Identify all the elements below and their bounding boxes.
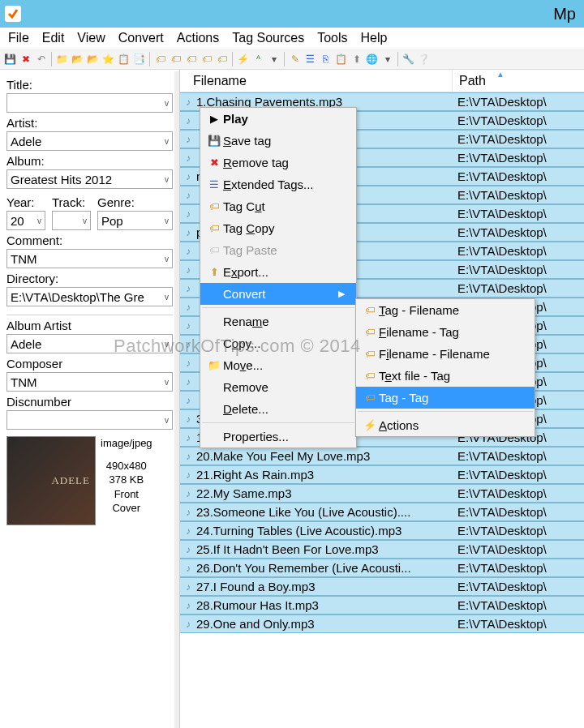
ctx-delete[interactable]: Delete... (200, 398, 356, 420)
copy-icon[interactable]: ⎘ (319, 52, 333, 66)
cover-art[interactable]: ADELE (6, 436, 96, 525)
track-input[interactable]: v (52, 211, 91, 230)
ctx-extended-tags[interactable]: ☰Extended Tags... (200, 173, 356, 195)
undo-icon[interactable]: ↶ (34, 52, 48, 66)
ctx-play[interactable]: ▶Play (200, 108, 356, 130)
ctx-move[interactable]: 📁Move... (200, 354, 356, 376)
tag-sources-icon[interactable]: 🌐 (365, 52, 379, 66)
menu-tools[interactable]: Tools (312, 29, 352, 47)
favorite-icon[interactable]: ⭐ (101, 52, 115, 66)
file-row[interactable]: ♪29.One and Only.mp3E:\VTA\Desktop\ (180, 615, 584, 633)
audio-file-icon: ♪ (180, 600, 196, 611)
comment-input[interactable]: TNMv (6, 249, 173, 268)
actions-icon[interactable]: ⚡ (236, 52, 250, 66)
album-input[interactable]: Greatest Hits 2012v (6, 169, 173, 189)
convert-textfile-tag[interactable]: 🏷Text file - Tag (356, 365, 535, 387)
menu-view[interactable]: View (72, 29, 110, 47)
track-label: Track: (52, 195, 91, 209)
tools-icon[interactable]: 🔧 (402, 52, 415, 66)
convert-actions[interactable]: ⚡Actions (356, 414, 535, 436)
ctx-convert[interactable]: Convert▶ (200, 283, 356, 305)
quick-actions-icon[interactable]: ᴬ (251, 52, 265, 66)
extended-tags-icon: ☰ (205, 178, 223, 191)
audio-file-icon: ♪ (180, 563, 196, 574)
menu-edit[interactable]: Edit (37, 29, 70, 47)
ctx-remove-tag[interactable]: ✖Remove tag (200, 152, 356, 173)
ctx-rename[interactable]: Rename (200, 310, 356, 332)
folder-open-icon[interactable]: 📂 (86, 52, 100, 66)
file-row[interactable]: ♪23.Someone Like You (Live Acoustic)....… (180, 503, 584, 521)
playlist-icon[interactable]: 📋 (117, 52, 131, 66)
file-row[interactable]: ♪22.My Same.mp3E:\VTA\Desktop\ (180, 484, 584, 503)
delete-icon[interactable]: ✖ (19, 52, 32, 66)
convert-tag-filename[interactable]: 🏷Tag - Filename (356, 299, 535, 321)
file-row[interactable]: ♪25.If It Hadn't Been For Love.mp3E:\VTA… (180, 540, 584, 559)
file-row[interactable]: ♪28.Rumour Has It.mp3E:\VTA\Desktop\ (180, 596, 584, 615)
save-icon[interactable]: 💾 (3, 52, 17, 66)
tag-tag-icon[interactable]: 🏷 (215, 52, 229, 66)
audio-file-icon: ♪ (180, 96, 196, 108)
ctx-save-tag[interactable]: 💾Save tag (200, 130, 356, 152)
filename-tag-icon[interactable]: 🏷 (169, 52, 182, 66)
discnumber-input[interactable]: v (6, 410, 173, 430)
menu-help[interactable]: Help (356, 29, 393, 47)
directory-input[interactable]: E:\VTA\Desktop\The Grev (6, 287, 173, 306)
menu-file[interactable]: File (3, 29, 34, 47)
ctx-tag-cut[interactable]: 🏷Tag Cut (200, 195, 356, 217)
menubar: File Edit View Convert Actions Tag Sourc… (0, 28, 584, 49)
file-path: E:\VTA\Desktop\ (453, 113, 584, 127)
textfile-tag-icon[interactable]: 🏷 (200, 52, 213, 66)
ctx-export[interactable]: ⬆Export... (200, 261, 356, 283)
audio-file-icon: ♪ (180, 339, 196, 350)
convert-filename-tag[interactable]: 🏷Filename - Tag (356, 321, 535, 343)
year-input[interactable]: 20v (6, 211, 45, 230)
ctx-tag-copy[interactable]: 🏷Tag Copy (200, 217, 356, 239)
edit-icon[interactable]: ✎ (288, 52, 302, 66)
ctx-copy[interactable]: Copy... (200, 332, 356, 354)
ctx-properties[interactable]: Properties... (200, 426, 356, 448)
dropdown-icon[interactable]: ▾ (267, 52, 281, 66)
remove-icon: ✖ (205, 156, 223, 169)
audio-file-icon: ♪ (180, 171, 196, 182)
paste-icon[interactable]: 📋 (334, 52, 348, 66)
file-path: E:\VTA\Desktop\ (453, 263, 584, 276)
convert-filename-filename[interactable]: 🏷Filename - Filename (356, 343, 535, 365)
filename-filename-icon[interactable]: 🏷 (184, 52, 198, 66)
convert-tag-tag[interactable]: 🏷Tag - Tag (356, 387, 535, 409)
more-icon[interactable]: ▾ (380, 52, 394, 66)
ctx-tag-paste: 🏷Tag Paste (200, 239, 356, 261)
genre-input[interactable]: Popv (97, 211, 173, 230)
submenu-arrow-icon: ▶ (338, 289, 345, 299)
audio-file-icon: ♪ (180, 432, 196, 443)
album-artist-input[interactable]: Adelev (6, 334, 173, 353)
playlist-save-icon[interactable]: 📑 (132, 52, 146, 66)
export-icon[interactable]: ⬆ (350, 52, 363, 66)
file-row[interactable]: ♪21.Right As Rain.mp3E:\VTA\Desktop\ (180, 465, 584, 484)
copy-icon: 🏷 (205, 222, 223, 234)
file-row[interactable]: ♪20.Make You Feel My Love.mp3E:\VTA\Desk… (180, 447, 584, 465)
ctx-remove[interactable]: Remove (200, 376, 356, 398)
file-path: E:\VTA\Desktop\ (453, 449, 584, 463)
textfile-tag-icon: 🏷 (361, 370, 379, 382)
composer-input[interactable]: TNMv (6, 372, 173, 392)
file-row[interactable]: ♪26.Don't You Remember (Live Acousti...E… (180, 559, 584, 577)
column-filename[interactable]: Filename (180, 70, 453, 92)
column-path[interactable]: Path (453, 74, 584, 88)
tag-filename-icon[interactable]: 🏷 (153, 52, 167, 66)
file-name: 24.Turning Tables (Live Acoustic).mp3 (196, 524, 453, 537)
tag-panel: Title: v Artist: Adelev Album: Greatest … (0, 70, 180, 728)
file-row[interactable]: ♪24.Turning Tables (Live Acoustic).mp3E:… (180, 521, 584, 540)
extended-tags-icon[interactable]: ☰ (303, 52, 317, 66)
artist-input[interactable]: Adelev (6, 131, 173, 151)
menu-convert[interactable]: Convert (114, 29, 169, 47)
audio-file-icon: ♪ (180, 283, 196, 294)
title-input[interactable]: v (6, 93, 173, 113)
help-icon[interactable]: ❔ (417, 52, 431, 66)
filename-tag-icon: 🏷 (361, 326, 379, 338)
menu-tag-sources[interactable]: Tag Sources (227, 29, 309, 47)
audio-file-icon: ♪ (180, 302, 196, 313)
menu-actions[interactable]: Actions (172, 29, 224, 47)
file-row[interactable]: ♪27.I Found a Boy.mp3E:\VTA\Desktop\ (180, 577, 584, 596)
folder-icon[interactable]: 📁 (55, 52, 69, 66)
folder-tree-icon[interactable]: 📂 (71, 52, 84, 66)
